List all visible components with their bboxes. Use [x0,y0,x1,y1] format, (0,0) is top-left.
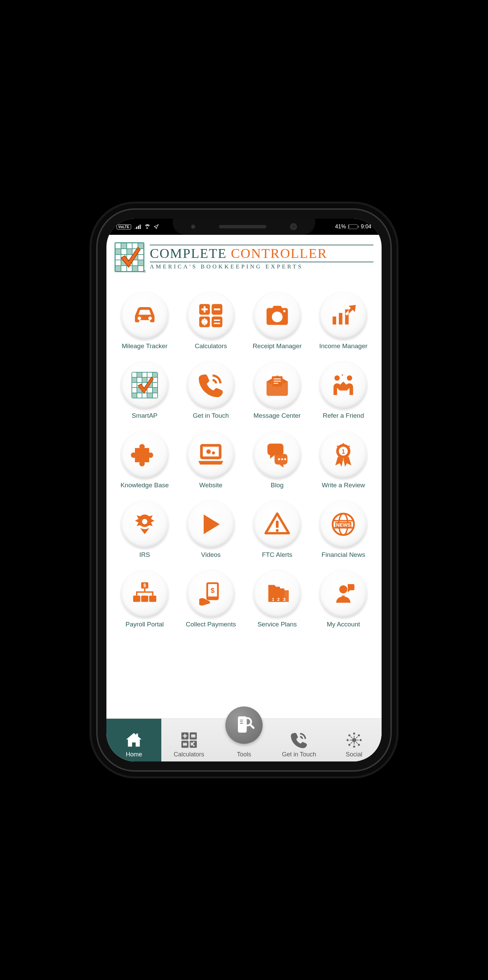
phone-frame: VoLTE 41% 9:04 [106,218,382,762]
tile-label: My Account [327,621,360,628]
account-speak-icon [320,570,367,617]
volte-badge: VoLTE [117,224,131,229]
irs-eagle-icon [121,501,168,548]
tile-write-a-review[interactable]: Write a Review [313,431,374,489]
nav-label: Get in Touch [282,751,316,758]
phone-ring-icon [187,361,234,409]
tile-get-in-touch[interactable]: Get in Touch [180,361,242,419]
brand-tagline: America's Bookkeeping Experts [150,262,374,270]
tile-label: IRS [139,551,150,558]
house-icon [124,730,143,749]
tile-label: Refer a Friend [323,412,364,419]
chart-up-icon [320,292,367,339]
clock: 9:04 [361,224,371,230]
nav-label: Social [346,751,362,758]
folders-123-icon [254,570,301,617]
calc-keys-icon [187,292,234,339]
tile-message-center[interactable]: Message Center [246,361,308,419]
tile-label: Collect Payments [186,621,236,628]
tile-label: Get in Touch [193,412,229,419]
tile-knowledge-base[interactable]: Knowledge Base [114,431,176,489]
nav-label: Home [126,751,142,758]
tile-service-plans[interactable]: Service Plans [246,570,308,628]
tile-label: Calculators [195,343,227,350]
tile-label: Payroll Portal [125,621,164,628]
tile-collect-payments[interactable]: Collect Payments [180,570,242,628]
camera-icon [254,292,301,339]
home-grid: Mileage TrackerCalculatorsReceipt Manage… [106,275,382,635]
tile-irs[interactable]: IRS [114,501,176,558]
nav-label: Calculators [174,751,204,758]
nav-calculators[interactable]: Calculators [161,719,216,762]
battery-percent: 41% [335,224,346,230]
smartap-logo-icon [121,361,168,409]
tile-calculators[interactable]: Calculators [180,292,242,350]
tile-label: Service Plans [258,621,297,628]
puzzle-icon [121,431,168,479]
award-ribbon-icon [320,431,367,479]
tile-blog[interactable]: Blog [246,431,308,489]
tile-label: Mileage Tracker [122,343,167,350]
tile-label: Blog [271,482,284,489]
app-header: ® COMPLETE CONTROLLER America's Bookkeep… [106,235,382,275]
tile-label: Write a Review [322,482,365,489]
network-icon [345,730,364,749]
tile-income-manager[interactable]: Income Manager [313,292,374,350]
phone-search-icon [225,706,263,744]
globe-news-icon [320,501,367,548]
tile-receipt-manager[interactable]: Receipt Manager [246,292,308,350]
signal-icon [135,224,141,229]
tile-label: Receipt Manager [252,343,302,350]
car-icon [121,292,168,339]
phone-ring-icon [289,730,308,749]
nav-tools[interactable]: Tools [217,719,271,762]
tile-label: FTC Alerts [262,551,293,558]
device-notch [173,218,315,235]
tile-videos[interactable]: Videos [180,501,242,558]
brand-title: COMPLETE CONTROLLER [150,247,374,261]
nav-home[interactable]: Home [106,719,161,762]
tile-payroll-portal[interactable]: Payroll Portal [114,570,176,628]
battery-icon [348,224,359,229]
tile-label: Message Center [254,412,301,419]
laptop-gears-icon [187,431,234,479]
tile-refer-a-friend[interactable]: Refer a Friend [313,361,374,419]
location-icon [154,224,159,229]
tile-label: Website [199,482,222,489]
tile-label: Financial News [322,551,365,558]
brand-logo-icon: ® [114,242,144,272]
tile-my-account[interactable]: My Account [313,570,374,628]
high-five-icon [320,361,367,409]
warning-icon [254,501,301,548]
nav-label: Tools [237,751,251,758]
tile-ftc-alerts[interactable]: FTC Alerts [246,501,308,558]
tile-label: SmartAP [132,412,158,419]
tile-label: Knowledge Base [120,482,169,489]
calc-keys-icon [180,730,199,749]
tile-label: Videos [201,551,220,558]
play-icon [187,501,234,548]
tile-website[interactable]: Website [180,431,242,489]
mail-letter-icon [254,361,301,409]
tile-label: Income Manager [319,343,368,350]
tile-mileage-tracker[interactable]: Mileage Tracker [114,292,176,350]
org-dollar-icon [121,570,168,617]
bottom-nav: HomeCalculatorsToolsGet in TouchSocial [106,718,382,762]
nav-get-in-touch[interactable]: Get in Touch [271,719,326,762]
wifi-icon [144,224,150,229]
nav-social[interactable]: Social [327,719,382,762]
hand-tablet-dollar-icon [187,570,234,617]
tile-financial-news[interactable]: Financial News [313,501,374,558]
tile-smartap[interactable]: SmartAP [114,361,176,419]
chat-bubbles-icon [254,431,301,479]
